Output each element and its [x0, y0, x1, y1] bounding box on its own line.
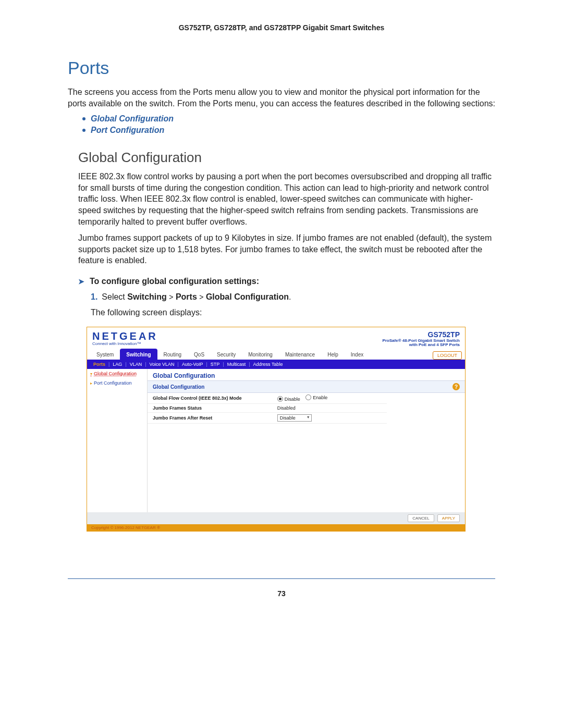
- sidebar-label: Port Configuration: [94, 380, 132, 386]
- link-global-config[interactable]: Global Configuration: [82, 114, 495, 124]
- subnav-multicast[interactable]: Multicast: [227, 362, 246, 367]
- row-value: Disable: [272, 413, 387, 424]
- row-value: Disabled: [272, 404, 387, 413]
- bullet-icon: [82, 129, 85, 132]
- panel-header-text: Global Configuration: [153, 384, 204, 390]
- following-text: The following screen displays:: [91, 307, 495, 318]
- sidebar: ▾Global Configuration ▸Port Configuratio…: [87, 369, 148, 512]
- subnav-lag[interactable]: LAG: [113, 362, 122, 367]
- radio-icon: [277, 396, 283, 402]
- main-tabs: System Switching Routing QoS Security Mo…: [87, 349, 465, 360]
- logout-button[interactable]: LOGOUT: [433, 351, 462, 360]
- step-bold-c: Global Configuration: [206, 292, 289, 301]
- step-number: 1.: [91, 292, 97, 302]
- config-table: Global Flow Control (IEEE 802.3x) Mode D…: [148, 393, 387, 424]
- tab-maintenance[interactable]: Maintenance: [279, 349, 321, 360]
- footer-rule: [68, 578, 495, 579]
- subnav-ports[interactable]: Ports: [93, 362, 105, 367]
- link-label: Global Configuration: [91, 114, 174, 124]
- cancel-button[interactable]: CANCEL: [408, 514, 434, 522]
- row-label: Jumbo Frames After Reset: [148, 413, 272, 424]
- bullet-icon: [82, 117, 85, 120]
- tab-help[interactable]: Help: [321, 349, 345, 360]
- ui-header: NETGEAR Connect with Innovation™ GS752TP…: [87, 327, 465, 349]
- step-1: 1. Select Switching > Ports > Global Con…: [91, 292, 495, 302]
- link-label: Port Configuration: [91, 126, 164, 135]
- h1-ports: Ports: [68, 58, 495, 78]
- step-bold-a: Switching: [127, 292, 167, 301]
- step-prefix: Select: [102, 292, 127, 301]
- main-panel: Global Configuration Global Configuratio…: [148, 369, 465, 512]
- tab-monitoring[interactable]: Monitoring: [242, 349, 279, 360]
- tab-system[interactable]: System: [90, 349, 120, 360]
- section-links: Global Configuration Port Configuration: [82, 114, 495, 135]
- model-block: GS752TP ProSafe® 48-Port Gigabit Smart S…: [382, 330, 460, 348]
- tab-qos[interactable]: QoS: [188, 349, 211, 360]
- row-label: Global Flow Control (IEEE 802.3x) Mode: [148, 393, 272, 404]
- link-port-config[interactable]: Port Configuration: [82, 126, 495, 135]
- row-value: Disable Enable: [272, 393, 387, 404]
- radio-label: Enable: [313, 395, 327, 400]
- tab-routing[interactable]: Routing: [157, 349, 188, 360]
- row-jumbo-status: Jumbo Frames Status Disabled: [148, 404, 387, 413]
- triangle-icon: ▾: [90, 372, 92, 376]
- sidebar-item-port[interactable]: ▸Port Configuration: [87, 378, 147, 388]
- panel-main-title: Global Configuration: [148, 369, 465, 380]
- sidebar-item-global[interactable]: ▾Global Configuration: [87, 369, 147, 378]
- tab-security[interactable]: Security: [211, 349, 242, 360]
- paragraph-flowcontrol: IEEE 802.3x flow control works by pausin…: [78, 171, 495, 227]
- subnav-stp[interactable]: STP: [211, 362, 220, 367]
- triangle-icon: ▸: [90, 381, 92, 386]
- model-name: GS752TP: [382, 330, 460, 339]
- step-text: Select Switching > Ports > Global Config…: [102, 292, 291, 302]
- subnav-addresstable[interactable]: Address Table: [253, 362, 283, 367]
- radio-icon: [305, 394, 311, 400]
- radio-label: Disable: [285, 397, 300, 402]
- subnav-autovoip[interactable]: Auto-VoIP: [182, 362, 203, 367]
- page-number: 73: [68, 589, 495, 598]
- radio-disable[interactable]: Disable: [277, 396, 300, 402]
- row-flowcontrol: Global Flow Control (IEEE 802.3x) Mode D…: [148, 393, 387, 404]
- intro-paragraph: The screens you access from the Ports me…: [68, 87, 495, 109]
- paragraph-jumbo: Jumbo frames support packets of up to 9 …: [78, 232, 495, 266]
- brand-logo: NETGEAR: [92, 330, 158, 342]
- copyright-text: Copyright © 1996-2012 NETGEAR ®: [87, 524, 465, 531]
- ui-screenshot: NETGEAR Connect with Innovation™ GS752TP…: [87, 327, 466, 532]
- h2-global-config: Global Configuration: [78, 150, 495, 166]
- tab-index[interactable]: Index: [345, 349, 370, 360]
- sidebar-label: Global Configuration: [94, 371, 137, 376]
- subnav-vlan[interactable]: VLAN: [130, 362, 142, 367]
- chevron-right-icon: ➤: [78, 277, 84, 286]
- model-sub2: with PoE and 4 SFP Ports: [382, 343, 460, 348]
- panel-header: Global Configuration ?: [148, 380, 465, 393]
- doc-header: GS752TP, GS728TP, and GS728TPP Gigabit S…: [68, 23, 495, 32]
- jumbo-select[interactable]: Disable: [277, 414, 312, 422]
- ui-body: ▾Global Configuration ▸Port Configuratio…: [87, 369, 465, 512]
- radio-enable[interactable]: Enable: [305, 394, 327, 400]
- procedure-heading: ➤ To configure global configuration sett…: [78, 277, 495, 286]
- tab-switching[interactable]: Switching: [120, 349, 157, 360]
- procedure-text: To configure global configuration settin…: [90, 277, 259, 286]
- brand-block: NETGEAR Connect with Innovation™: [92, 330, 158, 346]
- row-jumbo-after-reset: Jumbo Frames After Reset Disable: [148, 413, 387, 424]
- action-bar: CANCEL APPLY: [87, 512, 465, 524]
- apply-button[interactable]: APPLY: [437, 514, 460, 522]
- row-label: Jumbo Frames Status: [148, 404, 272, 413]
- help-icon[interactable]: ?: [452, 383, 460, 390]
- sub-nav: Ports| LAG| VLAN| Voice VLAN| Auto-VoIP|…: [87, 360, 465, 369]
- subnav-voicevlan[interactable]: Voice VLAN: [150, 362, 175, 367]
- step-bold-b: Ports: [176, 292, 197, 301]
- spacer: [148, 424, 465, 512]
